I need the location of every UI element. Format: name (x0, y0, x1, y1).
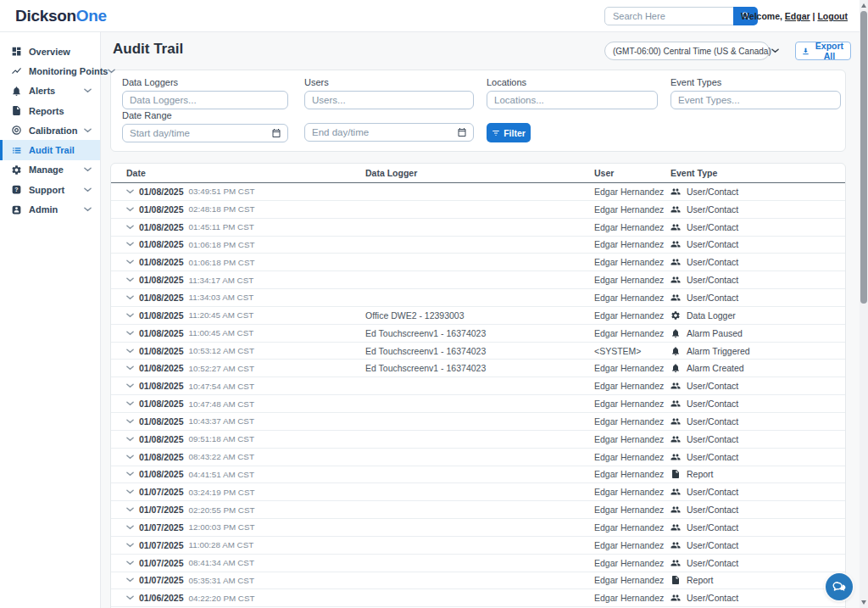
date-cell: 01/07/2025 08:41:34 AM CST (126, 558, 365, 568)
expand-chevron-icon[interactable] (126, 419, 134, 424)
welcome-text: Welcome, Edgar | Logout (741, 11, 848, 21)
row-time: 02:20:55 PM CST (189, 505, 255, 515)
users-input[interactable] (304, 91, 474, 109)
sidebar-item-overview[interactable]: Overview (0, 42, 100, 61)
expand-chevron-icon[interactable] (126, 401, 134, 406)
table-row[interactable]: 01/08/2025 01:06:18 PM CST Edgar Hernand… (111, 254, 845, 271)
expand-chevron-icon[interactable] (126, 277, 134, 282)
table-row[interactable]: 01/08/2025 10:53:12 AM CST Ed Touchscree… (111, 343, 845, 360)
table-row[interactable]: 01/08/2025 01:45:11 PM CST Edgar Hernand… (111, 219, 845, 237)
expand-chevron-icon[interactable] (126, 365, 134, 371)
timezone-select[interactable]: (GMT-06:00) Central Time (US & Canada) (604, 42, 770, 60)
event-type-label: User/Contact (687, 522, 738, 533)
expand-chevron-icon[interactable] (126, 295, 134, 300)
event-type-cell: Data Logger (670, 310, 845, 321)
user-link[interactable]: Edgar (785, 11, 810, 21)
date-cell: 01/08/2025 11:00:45 AM CST (126, 328, 365, 338)
date-cell: 01/07/2025 03:24:19 PM CST (126, 487, 365, 497)
sidebar-item-reports[interactable]: Reports (0, 101, 100, 120)
date-range-label: Date Range (122, 110, 288, 120)
table-row[interactable]: 01/08/2025 11:00:45 AM CST Ed Touchscree… (111, 325, 845, 343)
expand-chevron-icon[interactable] (126, 259, 134, 265)
calendar-icon[interactable] (457, 127, 467, 137)
expand-chevron-icon[interactable] (126, 543, 134, 548)
table-row[interactable]: 01/08/2025 09:51:18 AM CST Edgar Hernand… (111, 431, 845, 449)
start-date-input[interactable] (122, 124, 288, 142)
expand-chevron-icon[interactable] (126, 489, 134, 494)
expand-chevron-icon[interactable] (126, 525, 134, 530)
table-row[interactable]: 01/08/2025 02:48:18 PM CST Edgar Hernand… (111, 201, 845, 219)
sidebar-item-support[interactable]: ? Support (0, 180, 100, 199)
search-input[interactable] (604, 7, 734, 25)
expand-chevron-icon[interactable] (126, 331, 134, 336)
expand-chevron-icon[interactable] (126, 189, 134, 194)
logout-link[interactable]: Logout (817, 11, 848, 21)
scrollbar-up-arrow-icon[interactable] (861, 3, 866, 8)
table-row[interactable]: 01/08/2025 10:47:48 AM CST Edgar Hernand… (111, 395, 845, 413)
user-cell: Edgar Hernandez (594, 187, 670, 197)
scrollbar-down-arrow-icon[interactable] (861, 600, 866, 605)
table-row[interactable]: 01/06/2025 04:22:20 PM CST Edgar Hernand… (111, 589, 845, 607)
expand-chevron-icon[interactable] (126, 437, 134, 442)
table-row[interactable]: 01/08/2025 10:47:54 AM CST Edgar Hernand… (111, 377, 845, 395)
table-row[interactable]: 01/08/2025 11:34:03 AM CST Edgar Hernand… (111, 289, 845, 307)
calendar-icon[interactable] (271, 128, 281, 138)
data-loggers-input[interactable] (122, 91, 288, 109)
expand-chevron-icon[interactable] (126, 561, 134, 566)
table-row[interactable]: 01/07/2025 05:35:31 AM CST Edgar Hernand… (111, 572, 845, 590)
table-row[interactable]: 01/08/2025 01:06:18 PM CST Edgar Hernand… (111, 237, 845, 254)
sidebar-item-label: Support (29, 185, 64, 195)
expand-chevron-icon[interactable] (126, 242, 134, 247)
users-icon (670, 593, 681, 603)
table-row[interactable]: 01/08/2025 10:52:27 AM CST Ed Touchscree… (111, 360, 845, 377)
expand-chevron-icon[interactable] (126, 313, 134, 318)
sidebar-item-audit-trail[interactable]: Audit Trail (0, 140, 100, 159)
expand-chevron-icon[interactable] (126, 507, 134, 512)
sidebar-item-calibration[interactable]: Calibration (0, 120, 100, 140)
bell-icon (670, 328, 681, 338)
column-header-user: User (594, 168, 670, 178)
scrollbar-thumb[interactable] (860, 11, 867, 304)
event-types-input[interactable] (670, 91, 841, 109)
expand-chevron-icon[interactable] (126, 471, 134, 477)
expand-chevron-icon[interactable] (126, 455, 134, 460)
event-type-cell: User/Contact (670, 522, 845, 533)
sidebar-item-admin[interactable]: Admin (0, 199, 100, 219)
filter-button[interactable]: Filter (487, 123, 531, 142)
table-row[interactable]: 01/08/2025 11:34:17 AM CST Edgar Hernand… (111, 271, 845, 289)
event-type-cell: User/Contact (670, 293, 845, 303)
sidebar-item-label: Audit Trail (29, 145, 75, 155)
chevron-down-icon (84, 167, 92, 172)
table-row[interactable]: 01/07/2025 11:00:28 AM CST Edgar Hernand… (111, 537, 845, 555)
table-row[interactable]: 01/08/2025 10:43:37 AM CST Edgar Hernand… (111, 413, 845, 431)
row-time: 10:43:37 AM CST (189, 416, 254, 426)
vertical-scrollbar[interactable] (860, 0, 868, 608)
table-row[interactable]: 01/08/2025 03:49:51 PM CST Edgar Hernand… (111, 183, 845, 201)
table-row[interactable]: 01/07/2025 12:00:03 PM CST Edgar Hernand… (111, 519, 845, 537)
table-row[interactable]: 01/07/2025 08:41:34 AM CST Edgar Hernand… (111, 555, 845, 572)
expand-chevron-icon[interactable] (126, 349, 134, 354)
users-icon (670, 293, 681, 303)
sidebar-item-manage[interactable]: Manage (0, 160, 100, 180)
export-all-button[interactable]: Export All (795, 42, 851, 60)
expand-chevron-icon[interactable] (126, 383, 134, 388)
end-date-input[interactable] (304, 123, 474, 142)
table-row[interactable]: 01/07/2025 03:24:19 PM CST Edgar Hernand… (111, 483, 845, 501)
sidebar-item-alerts[interactable]: Alerts (0, 81, 100, 101)
table-row[interactable]: 01/08/2025 04:41:51 AM CST Edgar Hernand… (111, 466, 845, 484)
table-row[interactable]: 01/08/2025 11:20:45 AM CST Office DWE2 -… (111, 307, 845, 325)
data-logger-cell: Ed Touchscreenv1 - 16374023 (365, 363, 594, 373)
expand-chevron-icon[interactable] (126, 207, 134, 212)
live-chat-button[interactable] (826, 573, 853, 600)
event-type-cell: User/Contact (670, 399, 845, 409)
locations-input[interactable] (487, 91, 658, 109)
expand-chevron-icon[interactable] (126, 595, 134, 600)
table-row[interactable]: 01/08/2025 08:43:22 AM CST Edgar Hernand… (111, 449, 845, 466)
row-time: 10:52:27 AM CST (189, 364, 254, 373)
table-row[interactable]: 01/07/2025 02:20:55 PM CST Edgar Hernand… (111, 501, 845, 519)
expand-chevron-icon[interactable] (126, 225, 134, 230)
users-icon (670, 487, 681, 497)
expand-chevron-icon[interactable] (126, 577, 134, 583)
user-cell: Edgar Hernandez (594, 363, 670, 373)
sidebar-item-monitoring-points[interactable]: Monitoring Points (0, 61, 100, 81)
